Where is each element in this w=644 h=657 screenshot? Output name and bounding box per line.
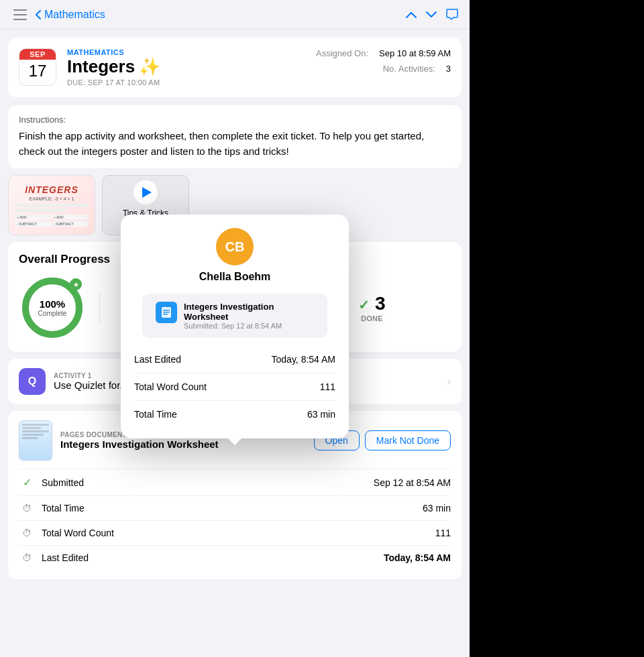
play-arrow-icon: [142, 187, 152, 198]
assigned-on-value: Sep 10 at 8:59 AM: [379, 48, 451, 58]
total-time-value: 63 min: [423, 503, 451, 514]
doc-detail-time: ⏱ Total Time 63 min: [19, 495, 451, 520]
total-time-label: Total Time: [42, 503, 423, 514]
assignment-info: MATHEMATICS Integers ✨ DUE: SEP 17 AT 10…: [67, 48, 305, 86]
main-panel: Mathematics S: [0, 0, 470, 657]
poster-op-add: + ADD: [15, 215, 51, 220]
clock-icon-edited: ⏱: [19, 552, 35, 563]
back-button[interactable]: Mathematics: [35, 9, 105, 21]
right-panel: [470, 0, 644, 657]
last-edited-value: Today, 8:54 AM: [384, 552, 451, 563]
user-name: Chella Boehm: [199, 271, 271, 283]
student-popup: CB Chella Boehm Integers Investigation W…: [121, 215, 349, 438]
popup-doc-info: Integers Investigation Worksheet Submitt…: [184, 302, 314, 330]
doc-detail-wordcount: ⏱ Total Word Count 111: [19, 520, 451, 545]
sparkle-icon: ✨: [139, 56, 160, 77]
popup-detail-last-edited: Last Edited Today, 8:54 AM: [134, 346, 335, 373]
checkmark-icon: ✓: [358, 298, 370, 312]
donut-chart: 100% Complete ★: [19, 274, 86, 341]
popup-header: CB Chella Boehm: [121, 215, 349, 294]
mark-not-done-button[interactable]: Mark Not Done: [365, 430, 451, 451]
instructions-label: Instructions:: [19, 115, 451, 125]
popup-total-time-label: Total Time: [134, 409, 307, 420]
popup-doc-icon: [156, 302, 177, 323]
submitted-value: Sep 12 at 8:54 AM: [374, 477, 451, 488]
word-count-value: 111: [435, 528, 451, 538]
popup-detail-word-count: Total Word Count 111: [134, 373, 335, 401]
instructions-text: Finish the app activity and worksheet, t…: [19, 129, 451, 159]
popup-details: Last Edited Today, 8:54 AM Total Word Co…: [121, 346, 349, 438]
star-badge: ★: [70, 278, 82, 290]
poster-attachment[interactable]: INTEGERS EXAMPLE: -3 + 4 = 1 + ADD + ADD…: [8, 175, 95, 235]
popup-detail-total-time: Total Time 63 min: [134, 401, 335, 428]
calendar-month: SEP: [19, 49, 56, 60]
nav-up-button[interactable]: [405, 11, 417, 19]
submitted-label: Submitted: [42, 477, 374, 488]
no-activities-value: 3: [446, 64, 451, 74]
poster-op-subtract: - SUBTRACT: [15, 221, 51, 227]
popup-last-edited-label: Last Edited: [134, 354, 272, 365]
assigned-on-label: Assigned On:: [316, 48, 368, 58]
word-count-label: Total Word Count: [42, 528, 435, 538]
assigned-on-row: Assigned On: Sep 10 at 8:59 AM: [316, 48, 451, 58]
activity-app-icon: Q: [19, 368, 46, 395]
svg-rect-0: [13, 9, 27, 11]
sidebar-toggle-button[interactable]: [11, 5, 30, 24]
assignment-title: Integers ✨: [67, 56, 305, 77]
doc-detail-edited: ⏱ Last Edited Today, 8:54 AM: [19, 545, 451, 570]
subject-label: MATHEMATICS: [67, 48, 305, 56]
activity-icon-letter: Q: [28, 375, 36, 387]
instructions-section: Instructions: Finish the app activity an…: [8, 105, 462, 168]
assignment-header: SEP 17 MATHEMATICS Integers ✨ DUE: SEP 1…: [8, 38, 462, 97]
nav-down-button[interactable]: [425, 11, 437, 19]
comment-button[interactable]: [445, 8, 459, 21]
svg-rect-8: [163, 314, 168, 315]
donut-complete: Complete: [38, 310, 67, 317]
calendar-icon: SEP 17: [19, 48, 56, 86]
nav-bar: Mathematics: [0, 0, 470, 29]
donut-label: 100% Complete: [38, 298, 67, 317]
assignment-meta: Assigned On: Sep 10 at 8:59 AM No. Activ…: [316, 48, 451, 74]
document-thumbnail: [19, 420, 52, 461]
donut-percent: 100%: [38, 298, 67, 310]
popup-last-edited-value: Today, 8:54 AM: [272, 354, 335, 365]
poster-title: INTEGERS: [25, 184, 78, 195]
check-circle-icon: ✓: [19, 476, 35, 489]
popup-word-count-label: Total Word Count: [134, 381, 320, 392]
assignment-due: DUE: SEP 17 AT 10:00 AM: [67, 78, 305, 86]
svg-rect-7: [163, 312, 170, 313]
popup-total-time-value: 63 min: [307, 409, 335, 420]
popup-word-count-value: 111: [320, 381, 335, 392]
clock-icon-time: ⏱: [19, 503, 35, 514]
no-activities-label: No. Activities:: [383, 64, 435, 74]
last-edited-label: Last Edited: [42, 552, 384, 563]
svg-rect-6: [163, 310, 170, 311]
clock-icon-wordcount: ⏱: [19, 528, 35, 538]
back-label: Mathematics: [44, 9, 105, 21]
svg-rect-2: [13, 19, 27, 20]
play-button[interactable]: [133, 180, 158, 204]
activity-chevron-icon: ›: [447, 375, 451, 387]
poster-op-add2: + ADD: [52, 215, 88, 220]
doc-name: Integers Investigation Worksheet: [60, 438, 306, 450]
doc-detail-submitted: ✓ Submitted Sep 12 at 8:54 AM: [19, 469, 451, 495]
poster-subtitle: EXAMPLE: -3 + 4 = 1: [30, 196, 74, 201]
no-activities-row: No. Activities: 3: [383, 64, 451, 74]
svg-rect-1: [13, 14, 27, 15]
user-avatar: CB: [216, 228, 254, 265]
calendar-day: 17: [19, 60, 56, 82]
popup-doc-row: Integers Investigation Worksheet Submitt…: [142, 294, 327, 338]
popup-doc-status: Submitted: Sep 12 at 8:54 AM: [184, 322, 314, 330]
poster-op-subtract2: - SUBTRACT: [52, 221, 88, 227]
popup-doc-name: Integers Investigation Worksheet: [184, 302, 314, 322]
